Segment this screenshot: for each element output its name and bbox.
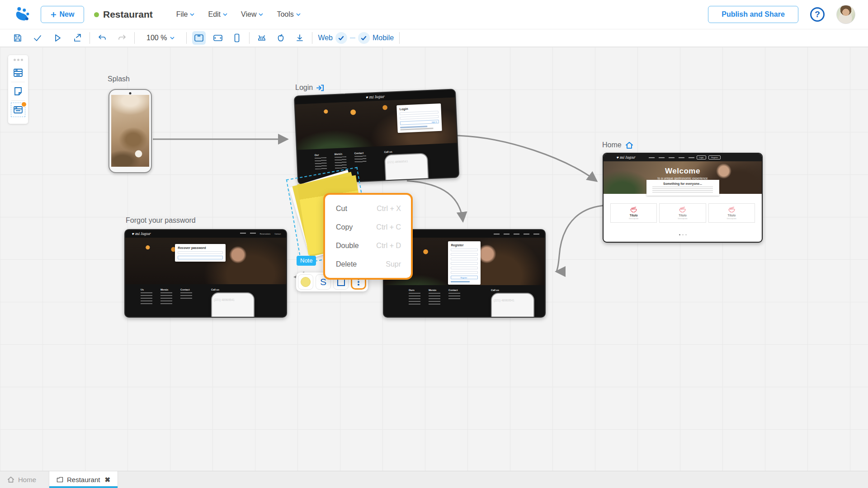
tab-restaurant-label: Restaurant <box>67 476 100 483</box>
desktop-view-button[interactable] <box>192 31 206 45</box>
chevron-down-icon <box>190 13 194 16</box>
publish-share-button[interactable]: Publish and Share <box>708 6 798 23</box>
menu-file-label: File <box>176 10 188 19</box>
redo-button[interactable] <box>115 31 129 45</box>
menu-tools[interactable]: Tools <box>277 10 300 19</box>
splash-screen-thumbnail[interactable] <box>108 89 152 173</box>
home-hero-subtitle: to a unique gastronomic experience <box>604 177 762 180</box>
forgot-field <box>178 251 223 254</box>
forgot-hero-image: Recover password <box>125 238 286 286</box>
arrow-home-to-register[interactable] <box>556 206 603 272</box>
menu-bar: File Edit View Tools <box>176 10 301 19</box>
sign-in-icon <box>316 84 324 91</box>
chevron-down-icon <box>259 13 263 16</box>
tab-restaurant[interactable]: Restaurant ✖ <box>49 471 118 488</box>
screen-label-home[interactable]: Home <box>602 141 633 149</box>
android-export-button[interactable] <box>255 31 269 45</box>
chevron-down-icon <box>170 37 175 39</box>
android-icon <box>257 34 267 42</box>
screens-tool-icon[interactable] <box>12 67 24 79</box>
menu-item-label: Copy <box>336 223 353 231</box>
project-status-dot <box>94 12 99 17</box>
toolbar-divider <box>249 32 250 44</box>
note-tag-label[interactable]: Note <box>297 256 316 266</box>
notification-dot <box>22 102 26 107</box>
login-link-line <box>401 128 434 131</box>
forgot-form-title: Recover password <box>178 246 223 249</box>
toolbar-divider <box>312 32 312 44</box>
panel-divider <box>11 100 25 101</box>
project-info: Restaurant <box>94 9 153 20</box>
forgot-site-footer: Us Menús Contact Call us (221) 48969541 <box>125 284 286 317</box>
web-check-icon[interactable] <box>335 32 347 44</box>
home-tile: Título Descripción <box>659 203 706 223</box>
bottom-tab-bar: Home Restaurant ✖ <box>0 471 868 488</box>
tab-home-label: Home <box>18 476 36 483</box>
context-menu-item-copy[interactable]: Copy Ctrl + C <box>325 218 411 236</box>
screen-label-splash[interactable]: Splash <box>108 75 130 83</box>
home-site-header: ♥mi lugar Login Register <box>604 154 762 161</box>
screen-label-forgot[interactable]: Forgot your password <box>126 216 196 225</box>
context-menu: Cut Ctrl + X Copy Ctrl + C Double Ctrl +… <box>323 193 413 280</box>
undo-button[interactable] <box>95 31 109 45</box>
chevron-down-icon <box>296 13 301 16</box>
user-avatar[interactable] <box>836 5 855 24</box>
context-menu-item-delete[interactable]: Delete Supr <box>325 255 411 273</box>
forgot-submit-button <box>178 256 223 259</box>
screen-label-login[interactable]: Login <box>295 84 324 92</box>
splash-photo <box>111 95 149 167</box>
toolbar-divider <box>399 32 400 44</box>
menu-view-label: View <box>241 10 256 19</box>
mobile-view-button[interactable] <box>230 31 244 45</box>
help-icon[interactable]: ? <box>810 7 825 22</box>
arrow-login-to-home[interactable] <box>457 136 597 181</box>
arrow-login-to-register[interactable] <box>407 181 463 221</box>
menu-edit[interactable]: Edit <box>208 10 227 19</box>
validate-button[interactable] <box>31 31 44 45</box>
note-tool-icon[interactable] <box>12 85 24 97</box>
tab-home[interactable]: Home <box>0 471 43 488</box>
play-icon <box>53 33 62 42</box>
login-screen-thumbnail[interactable]: ♥mi lugar Login Sign in Our Menús Contac… <box>294 89 459 184</box>
header-bar: New Restaurant File Edit View Tools <box>0 0 868 29</box>
close-tab-icon[interactable]: ✖ <box>104 476 110 484</box>
export-button[interactable] <box>71 31 84 45</box>
save-button[interactable] <box>11 31 24 45</box>
login-submit-button: Sign in <box>400 120 439 125</box>
forgot-site-header: ♥mi lugar Reservations Contact <box>125 230 286 238</box>
menu-edit-label: Edit <box>208 10 221 19</box>
tablet-view-button[interactable] <box>211 31 225 45</box>
home-screen-thumbnail[interactable]: ♥mi lugar Login Register Welcome to a un… <box>603 153 763 243</box>
prototype-canvas[interactable]: Splash Login ♥mi lugar Login Sig <box>0 47 868 471</box>
panel-handle-icon[interactable] <box>14 59 23 61</box>
carousel-dots <box>604 234 762 235</box>
mobile-check-icon[interactable] <box>358 32 370 44</box>
download-button[interactable] <box>293 31 307 45</box>
site-logo: mi lugar <box>369 94 384 99</box>
forgot-screen-thumbnail[interactable]: ♥mi lugar Reservations Contact Recover p… <box>124 229 287 318</box>
zoom-control[interactable]: 100 % <box>146 34 175 42</box>
canvas-side-panel <box>8 55 28 124</box>
nav-item: Contact <box>274 233 281 235</box>
project-title: Restaurant <box>103 9 153 20</box>
panel-divider <box>11 82 25 82</box>
header-right: Publish and Share ? <box>708 5 855 24</box>
new-button-label: New <box>60 10 75 19</box>
menu-file[interactable]: File <box>176 10 195 19</box>
context-menu-item-double[interactable]: Double Ctrl + D <box>325 236 411 255</box>
phone-camera-dot <box>129 92 132 94</box>
app-window: New Restaurant File Edit View Tools <box>0 0 868 488</box>
menu-view[interactable]: View <box>241 10 263 19</box>
apple-export-button[interactable] <box>274 31 288 45</box>
check-icon <box>33 33 42 42</box>
masters-tool-icon[interactable] <box>12 104 24 116</box>
app-logo-icon[interactable] <box>14 6 31 23</box>
note-color-button[interactable] <box>298 274 313 290</box>
download-icon <box>295 33 304 42</box>
context-menu-item-cut[interactable]: Cut Ctrl + X <box>325 199 411 218</box>
new-button[interactable]: New <box>41 6 84 23</box>
home-tile: Título Descripción <box>708 203 755 223</box>
menu-item-label: Delete <box>336 260 357 268</box>
preview-button[interactable] <box>51 31 64 45</box>
share-icon <box>73 33 82 42</box>
